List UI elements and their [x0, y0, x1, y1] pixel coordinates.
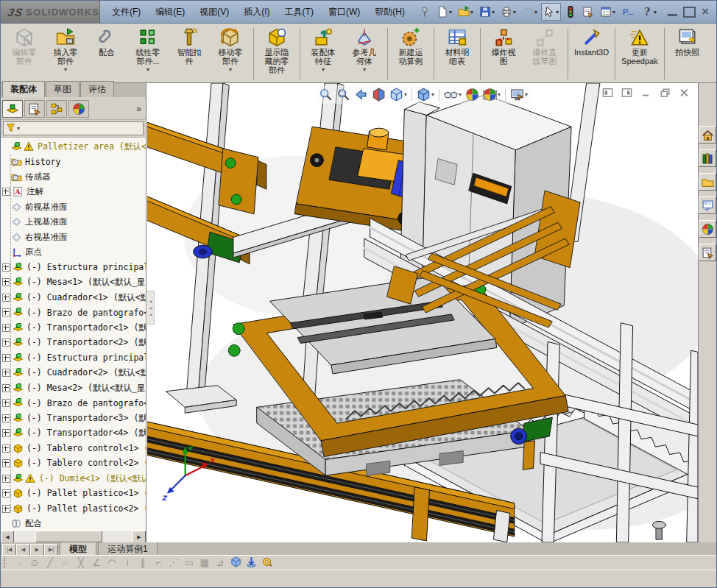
cmd-reference-geometry[interactable]: 参考几何体▾	[344, 25, 385, 74]
filter-funnel-icon[interactable]	[6, 123, 15, 135]
zoom-fit-icon[interactable]	[318, 87, 333, 102]
cmd-mate[interactable]: 配合	[86, 25, 127, 57]
previous-view-icon[interactable]	[353, 87, 369, 102]
hide-show-items-dropdown-icon[interactable]: ▾	[459, 91, 462, 98]
menu-view[interactable]: 视图(V)	[192, 3, 236, 21]
tree-item-top-plane[interactable]: 上视基准面	[1, 215, 146, 230]
edit-appearance-icon[interactable]	[465, 87, 480, 102]
expand-icon[interactable]	[2, 459, 10, 467]
cmd-move-component-dropdown-icon[interactable]: ▾	[229, 66, 232, 73]
filter-input[interactable]	[21, 123, 141, 134]
tree-item-pallet-plastico-1[interactable]: (-) Pallet plastico<1> (默	[1, 486, 146, 502]
menu-insert[interactable]: 插入(I)	[236, 3, 277, 21]
assembly-3d-scene[interactable]: X Y Z	[147, 83, 698, 542]
expand-icon[interactable]	[2, 489, 10, 497]
tree-item-tablero-control-1[interactable]: (-) Tablero control<1> (默	[1, 441, 146, 456]
cmd-smart-fasteners[interactable]: 智能扣件	[169, 25, 210, 66]
expand-icon[interactable]	[2, 369, 10, 377]
cmd-new-motion-study[interactable]: 新建运动算例	[390, 25, 431, 66]
hide-show-items-icon[interactable]: ▾	[443, 87, 462, 102]
cmd-assembly-features[interactable]: 装配体特征▾	[303, 25, 344, 74]
toolbar-overflow-label[interactable]: P...	[621, 7, 635, 16]
expand-icon[interactable]	[2, 384, 10, 392]
appearances-scenes-button[interactable]	[699, 220, 716, 238]
help-icon[interactable]: ?▾	[639, 3, 659, 21]
scroll-track[interactable]	[14, 531, 133, 542]
graphics-viewport[interactable]: X Y Z ▾▾▾▾▾ ◂◂◂	[146, 83, 698, 542]
tree-item-dumie-1[interactable]: (-) Dumie<1> (默认<默认	[1, 471, 146, 486]
measure-tool-icon[interactable]	[261, 556, 272, 569]
view-orientation-icon[interactable]: ▾	[389, 87, 408, 102]
cmd-move-component[interactable]: 移动零部件▾	[210, 25, 251, 74]
expand-icon[interactable]	[2, 339, 10, 347]
sketch-grid-icon[interactable]: ▦	[199, 558, 210, 567]
sketch-arc-icon[interactable]: ◠	[107, 558, 117, 567]
tree-item-origin[interactable]: 原点	[1, 245, 146, 261]
select-cursor-icon[interactable]: ▾	[541, 3, 561, 21]
cmd-linear-pattern-dropdown-icon[interactable]: ▾	[146, 66, 149, 73]
display-style-dropdown-icon[interactable]: ▾	[431, 91, 434, 98]
cmd-exploded-view[interactable]: 爆炸视图	[483, 25, 524, 66]
tree-item-transportador-2[interactable]: (-) Transportador<2> (默认	[1, 336, 146, 351]
menu-edit[interactable]: 编辑(E)	[148, 3, 192, 21]
expand-icon[interactable]	[2, 278, 10, 286]
expand-icon[interactable]	[2, 429, 10, 437]
cmd-show-hidden[interactable]: 显示隐藏的零部件	[256, 25, 297, 75]
print-document-icon[interactable]: ▾	[498, 3, 518, 21]
open-document-icon[interactable]: ▾	[456, 3, 476, 21]
menu-window[interactable]: 窗口(W)	[321, 3, 367, 21]
apply-scene-icon[interactable]: ▾	[482, 87, 501, 102]
restore-button[interactable]	[683, 7, 696, 18]
view-cube-tool-icon[interactable]	[230, 556, 241, 569]
cmd-insert-component[interactable]: 插入零部件▾	[45, 25, 86, 74]
tree-item-brazo-de-pantografo-1[interactable]: (-) Brazo de pantografo<1	[1, 305, 146, 321]
save-document-dropdown-icon[interactable]: ▾	[492, 9, 495, 15]
sketch-line-icon[interactable]: ╱	[45, 558, 55, 567]
menu-pin-icon[interactable]	[417, 3, 433, 21]
expand-icon[interactable]	[2, 414, 10, 422]
display-style-icon[interactable]: ▾	[416, 87, 435, 102]
tree-item-right-plane[interactable]: 右视基准面	[1, 230, 146, 245]
cmd-bom[interactable]: 材料明细表	[437, 25, 478, 66]
expand-icon[interactable]	[2, 188, 10, 196]
close-button[interactable]: ×	[702, 8, 711, 16]
expand-icon[interactable]	[2, 294, 10, 302]
configurationmanager-tab[interactable]	[46, 100, 67, 118]
expand-icon[interactable]	[2, 444, 10, 453]
split-left-button[interactable]	[601, 87, 614, 99]
tab-assembly[interactable]: 装配体	[2, 81, 45, 97]
sketch-point-icon[interactable]: ·	[14, 558, 24, 567]
cmd-assembly-features-dropdown-icon[interactable]: ▾	[322, 66, 325, 73]
tree-item-brazo-de-pantografo-2[interactable]: (-) Brazo de pantografo<2	[1, 396, 146, 411]
tree-item-front-plane[interactable]: 前视基准面	[1, 199, 146, 215]
doc-minimize-button[interactable]	[640, 87, 652, 99]
apply-scene-dropdown-icon[interactable]: ▾	[498, 91, 501, 98]
tree-item-palletizer-area-root[interactable]: Palletizer area (默认<默认	[1, 139, 146, 155]
panel-splitter-handle[interactable]: ◂◂◂	[147, 291, 155, 325]
section-view-icon[interactable]	[371, 87, 386, 102]
new-document-dropdown-icon[interactable]: ▾	[449, 9, 452, 15]
tree-item-estructura-principal-1[interactable]: (-) Estructura principal<1	[1, 260, 146, 275]
sketch-angle-icon[interactable]: ∠	[91, 558, 102, 567]
tab-evaluate[interactable]: 评估	[80, 81, 114, 97]
sketch-polygon-icon[interactable]: ○	[60, 558, 71, 567]
tree-item-pallet-plastico-2[interactable]: (-) Pallet plastico<2> (默	[1, 501, 146, 517]
doc-close-button[interactable]	[678, 87, 690, 99]
cmd-instant3d[interactable]: Instant3D	[571, 25, 612, 57]
undo-dropdown-icon[interactable]: ▾	[534, 9, 537, 15]
custom-properties-button[interactable]	[699, 244, 716, 261]
filter-box[interactable]: ▾	[3, 121, 144, 135]
sketch-rectangle-icon[interactable]: ▭	[184, 558, 194, 567]
tree-horizontal-scrollbar[interactable]: ◀ ▶	[1, 530, 146, 542]
new-document-icon[interactable]: ▾	[434, 3, 454, 21]
help-dropdown-icon[interactable]: ▾	[654, 9, 657, 15]
panel-overflow-chevron[interactable]: »	[133, 104, 144, 114]
view-palette-button[interactable]	[699, 196, 716, 214]
tab-sketch[interactable]: 草图	[46, 81, 80, 97]
expand-icon[interactable]	[2, 475, 10, 483]
doc-restore-button[interactable]	[659, 87, 671, 99]
propertymanager-tab[interactable]	[24, 100, 45, 118]
tree-item-transportador-4[interactable]: (-) Transportador<4> (默认	[1, 426, 146, 442]
tree-item-cuadrador-2[interactable]: (-) Cuadrador<2> (默认<默	[1, 366, 146, 381]
tree-item-mates[interactable]: 配合	[1, 517, 146, 531]
